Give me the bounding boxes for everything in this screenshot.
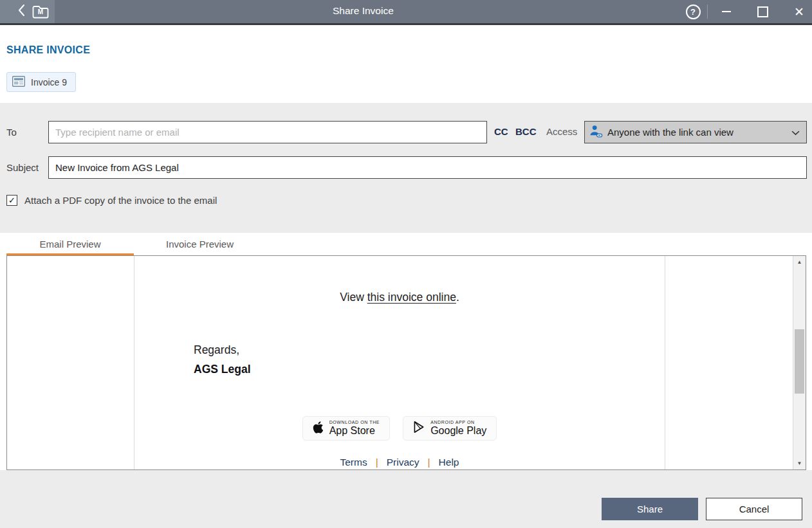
view-invoice-line: View this invoice online. [134,291,665,304]
email-regards: Regards, [194,343,239,357]
subject-input[interactable] [48,156,807,179]
invoice-chip-label: Invoice 9 [31,77,67,87]
view-invoice-link[interactable]: this invoice online [367,291,456,304]
chevron-left-icon [17,4,25,19]
page-title: SHARE INVOICE [6,44,90,56]
app-store-badge-bottom: App Store [329,425,380,437]
access-dropdown[interactable]: Anyone with the link can view [584,121,807,143]
app-logo-folder-icon: M [32,5,50,19]
close-icon: ✕ [794,5,804,19]
help-link[interactable]: Help [439,457,459,468]
titlebar: M Share Invoice ? ✕ [0,0,812,23]
google-play-badge[interactable]: ANDROID APP ON Google Play [403,416,497,441]
titlebar-left-section: M [0,0,55,23]
attach-pdf-checkbox[interactable]: ✓ [6,195,17,206]
google-play-icon [413,421,425,436]
dialog-footer: Share Cancel [0,470,812,528]
store-badges-row: DOWNLOAD ON THE App Store ANDROID APP ON… [134,416,665,441]
access-label: Access [546,126,577,137]
access-dropdown-value: Anyone with the link can view [607,127,787,138]
footer-separator: | [428,457,430,468]
invoice-document-icon [12,76,25,89]
share-button[interactable]: Share [602,498,698,520]
preview-tabbar: Email Preview Invoice Preview [0,233,812,255]
person-link-icon [589,125,603,140]
help-button[interactable]: ? [679,0,707,23]
cc-button[interactable]: CC [494,126,508,137]
terms-link[interactable]: Terms [340,457,367,468]
invoice-chip[interactable]: Invoice 9 [6,72,76,92]
window-controls: ? ✕ [679,0,812,23]
scrollbar-thumb[interactable] [795,329,804,394]
cancel-button[interactable]: Cancel [706,498,802,520]
help-icon: ? [686,5,701,19]
app-store-badge-top: DOWNLOAD ON THE [329,420,380,424]
maximize-icon [757,6,768,17]
preview-column-divider-right [665,256,665,469]
view-invoice-prefix: View [340,291,367,304]
titlebar-underline [0,23,812,25]
email-footer-links: Terms|Privacy|Help [134,457,665,468]
minimize-button[interactable] [708,0,744,23]
bcc-button[interactable]: BCC [515,126,537,137]
tab-email-preview[interactable]: Email Preview [6,233,134,255]
email-body: View this invoice online. Regards, AGS L… [134,256,665,469]
form-section: To CC BCC Access Anyone with the link ca… [0,103,812,233]
maximize-button[interactable] [744,0,781,23]
google-play-badge-top: ANDROID APP ON [430,420,486,424]
app-store-badge[interactable]: DOWNLOAD ON THE App Store [302,416,391,441]
minimize-icon [722,11,731,12]
attach-pdf-label: Attach a PDF copy of the invoice to the … [24,195,217,206]
privacy-link[interactable]: Privacy [387,457,420,468]
email-sender-name: AGS Legal [194,363,251,376]
to-label: To [6,127,17,138]
close-button[interactable]: ✕ [786,0,812,23]
tab-invoice-preview[interactable]: Invoice Preview [134,233,266,255]
footer-separator: | [376,457,378,468]
back-button[interactable] [17,5,25,18]
apple-icon [313,421,324,437]
view-invoice-suffix: . [456,291,459,304]
preview-scrollbar[interactable]: ▲ ▼ [793,256,806,469]
window-title: Share Invoice [333,5,394,17]
google-play-badge-text: ANDROID APP ON Google Play [430,420,486,437]
email-preview-panel: View this invoice online. Regards, AGS L… [6,255,806,470]
google-play-badge-bottom: Google Play [430,425,486,437]
chevron-down-icon [791,127,800,138]
scroll-down-icon[interactable]: ▼ [793,460,806,466]
to-input[interactable] [48,121,487,143]
app-store-badge-text: DOWNLOAD ON THE App Store [329,420,380,437]
scroll-up-icon[interactable]: ▲ [793,259,806,265]
checkmark-icon: ✓ [8,196,15,205]
subject-label: Subject [6,162,39,173]
app-logo-letter: M [32,6,50,18]
